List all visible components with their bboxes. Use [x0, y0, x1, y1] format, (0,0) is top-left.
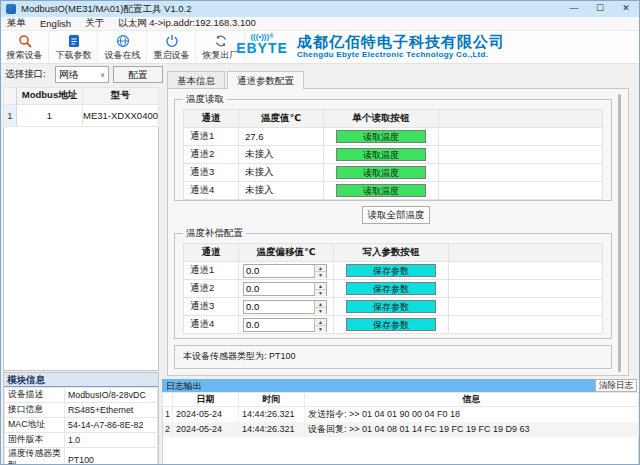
close-button[interactable]: ✕ [613, 1, 639, 17]
spin-up-icon[interactable]: ▲ [315, 319, 326, 326]
search-icon [18, 34, 32, 48]
maximize-button[interactable]: ☐ [587, 1, 613, 17]
offset-input[interactable] [244, 301, 314, 313]
device-table: Modbus地址 型号 1 1 ME31-XDXX0400 [3, 87, 159, 371]
log-time: 14:44:26.321 [239, 407, 305, 422]
clear-log-button[interactable]: 清除日志 [595, 379, 637, 392]
read-temp-button[interactable]: 读取温度 [336, 166, 426, 179]
offset-input[interactable] [244, 319, 314, 331]
spin-up-icon[interactable]: ▲ [315, 283, 326, 290]
device-modbus-address: 1 [17, 104, 83, 126]
document-icon [67, 34, 81, 48]
log-row[interactable]: 2 2024-05-24 14:44:26.321 设备回复: >> 01 04… [163, 422, 639, 437]
restart-device-button[interactable]: 重启设备 [148, 31, 196, 64]
toolbar: 搜索设备 下载参数 设备在线 重启设备 恢复出厂 (((•)))® EBYTE … [1, 31, 639, 64]
temp-value: 未接入 [239, 146, 324, 164]
config-button[interactable]: 配置 [113, 66, 163, 83]
company-name-cn: 成都亿佰特电子科技有限公司 [297, 33, 505, 50]
temp-read-title: 温度读取 [183, 93, 227, 106]
read-temp-button[interactable]: 读取温度 [336, 148, 426, 161]
device-row[interactable]: 1 1 ME31-XDXX0400 [4, 104, 159, 126]
read-all-temps-button[interactable]: 读取全部温度 [362, 206, 430, 224]
offset-input[interactable] [244, 265, 314, 277]
channel-label: 通道3 [184, 298, 239, 316]
log-row[interactable]: 1 2024-05-24 14:44:26.321 发送指令: >> 01 04… [163, 407, 639, 422]
info-value: 1.0 [65, 433, 158, 448]
col-empty [439, 110, 603, 128]
module-info-row: 固件版本1.0 [5, 433, 158, 448]
tab-channel-params[interactable]: 通道参数配置 [227, 71, 304, 89]
page-scrollbar[interactable] [618, 94, 621, 372]
info-value: PT100 [65, 448, 158, 465]
log-empty-area [163, 437, 639, 465]
window-controls: — ☐ ✕ [561, 1, 639, 17]
module-info-row: MAC地址54-14-A7-86-8E-82 [5, 418, 158, 433]
menu-item-menu[interactable]: 菜单 [7, 17, 26, 30]
temp-read-row: 通道4 未接入 读取温度 [184, 182, 603, 200]
tab-basic-info[interactable]: 基本信息 [167, 71, 225, 88]
temp-comp-table: 通道 温度偏移值℃ 写入参数按钮 通道1 ▲▼ 保存参数 通道2 ▲▼ 保存参数… [183, 243, 603, 334]
app-window: ModbusIO(ME31/MA01)配置工具 V1.0.2 — ☐ ✕ 菜单 … [0, 0, 640, 465]
title-bar: ModbusIO(ME31/MA01)配置工具 V1.0.2 — ☐ ✕ [1, 1, 639, 17]
col-empty [449, 244, 603, 262]
device-online-button[interactable]: 设备在线 [99, 31, 147, 64]
toolbar-button-label: 重启设备 [154, 49, 190, 62]
module-info-row: 接口信息RS485+Ethernet [5, 403, 158, 418]
download-params-button[interactable]: 下载参数 [50, 31, 98, 64]
interface-select[interactable]: 网络 ∨ [55, 66, 109, 83]
spin-up-icon[interactable]: ▲ [315, 301, 326, 308]
minimize-button[interactable]: — [561, 1, 587, 17]
col-model: 型号 [83, 88, 159, 105]
globe-icon [116, 34, 130, 48]
temp-comp-row: 通道1 ▲▼ 保存参数 [184, 262, 603, 280]
save-params-button[interactable]: 保存参数 [346, 300, 436, 313]
interface-select-value: 网络 [59, 68, 79, 82]
channel-label: 通道3 [184, 164, 239, 182]
col-channel: 通道 [184, 244, 239, 262]
temp-comp-group: 温度补偿配置 通道 温度偏移值℃ 写入参数按钮 通道1 ▲▼ 保存参数 通道2 … [174, 233, 612, 339]
offset-input[interactable] [244, 283, 314, 295]
module-info-title: 模块信息 [4, 373, 158, 387]
interface-label: 选择接口: [5, 68, 46, 81]
col-time: 时间 [239, 393, 305, 407]
temp-read-header: 通道 温度值℃ 单个读取按钮 [184, 110, 603, 128]
toolbar-button-label: 搜索设备 [7, 49, 43, 62]
log-row-number: 1 [163, 407, 173, 422]
temp-comp-header: 通道 温度偏移值℃ 写入参数按钮 [184, 244, 603, 262]
channel-label: 通道1 [184, 128, 239, 146]
info-value: ModbusIO/8-28vDC [65, 388, 158, 403]
log-title: 日志输出 [162, 379, 596, 392]
toolbar-button-label: 设备在线 [105, 49, 141, 62]
spin-down-icon[interactable]: ▼ [315, 308, 326, 314]
interface-selector-row: 选择接口: 网络 ∨ 配置 [5, 68, 46, 81]
menu-item-about[interactable]: 关于 [85, 17, 104, 30]
read-temp-button[interactable]: 读取温度 [336, 184, 426, 197]
log-row-number: 2 [163, 422, 173, 437]
spin-up-icon[interactable]: ▲ [315, 265, 326, 272]
temp-value: 未接入 [239, 164, 324, 182]
save-params-button[interactable]: 保存参数 [346, 264, 436, 277]
spin-down-icon[interactable]: ▼ [315, 326, 326, 332]
power-icon [165, 34, 179, 48]
temp-comp-title: 温度补偿配置 [183, 227, 246, 240]
temp-read-table: 通道 温度值℃ 单个读取按钮 通道1 27.6 读取温度 通道2 未接入 读取温… [183, 109, 603, 200]
search-device-button[interactable]: 搜索设备 [1, 31, 49, 64]
info-label: 设备描述 [5, 388, 65, 403]
spin-down-icon[interactable]: ▼ [315, 290, 326, 296]
col-write-button: 写入参数按钮 [334, 244, 449, 262]
save-params-button[interactable]: 保存参数 [346, 318, 436, 331]
row-number-header [4, 88, 17, 105]
info-label: 温度传感器类型 [5, 448, 65, 465]
col-offset-value: 温度偏移值℃ [239, 244, 334, 262]
menu-bar: 菜单 English 关于 以太网 4->ip.addr:192.168.3.1… [1, 17, 639, 31]
read-temp-button[interactable]: 读取温度 [336, 130, 426, 143]
temp-value: 27.6 [239, 128, 324, 146]
spin-down-icon[interactable]: ▼ [315, 272, 326, 278]
info-value: RS485+Ethernet [65, 403, 158, 418]
menu-item-english[interactable]: English [40, 18, 71, 29]
ebyte-wordmark: EBYTE [231, 41, 293, 55]
device-table-empty-area [4, 127, 159, 371]
menu-item-ethernet-ip[interactable]: 以太网 4->ip.addr:192.168.3.100 [118, 17, 256, 30]
save-params-button[interactable]: 保存参数 [346, 282, 436, 295]
channel-label: 通道2 [184, 146, 239, 164]
